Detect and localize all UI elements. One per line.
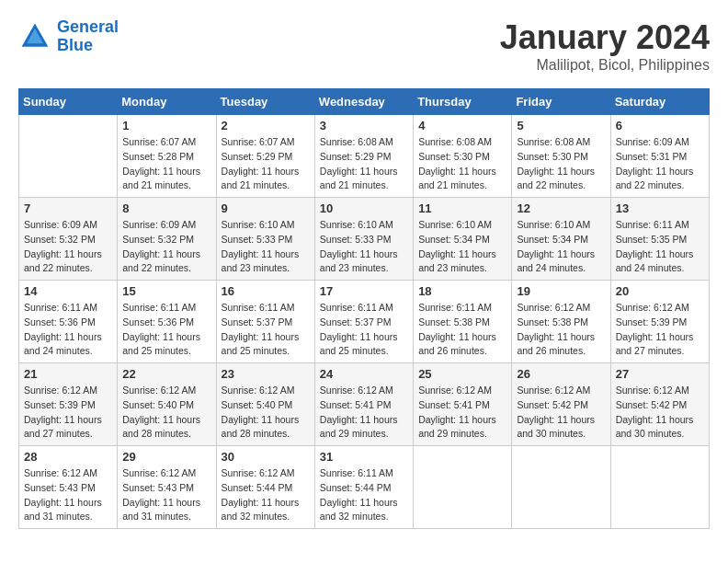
calendar-cell: 20 Sunrise: 6:12 AM Sunset: 5:39 PM Dayl… [610,281,709,363]
calendar-cell: 17 Sunrise: 6:11 AM Sunset: 5:37 PM Dayl… [314,281,413,363]
day-number: 7 [24,201,112,215]
day-number: 29 [122,450,210,464]
calendar-cell: 10 Sunrise: 6:10 AM Sunset: 5:33 PM Dayl… [314,198,413,281]
calendar-cell [414,446,512,529]
day-number: 15 [122,284,210,298]
day-number: 28 [24,450,112,464]
calendar-cell: 30 Sunrise: 6:12 AM Sunset: 5:44 PM Dayl… [216,446,314,529]
day-number: 24 [320,367,408,381]
calendar-cell: 31 Sunrise: 6:11 AM Sunset: 5:44 PM Dayl… [314,446,413,529]
calendar-cell: 15 Sunrise: 6:11 AM Sunset: 5:36 PM Dayl… [118,281,216,363]
calendar-week-row: 28 Sunrise: 6:12 AM Sunset: 5:43 PM Dayl… [19,446,710,529]
calendar-cell: 4 Sunrise: 6:08 AM Sunset: 5:30 PM Dayli… [414,115,512,198]
title-area: January 2024 Malilipot, Bicol, Philippin… [500,18,710,74]
day-number: 31 [320,450,408,464]
day-detail: Sunrise: 6:09 AM Sunset: 5:32 PM Dayligh… [122,218,210,276]
day-number: 12 [517,201,605,215]
calendar-cell [610,446,709,529]
day-number: 1 [122,119,210,132]
day-detail: Sunrise: 6:12 AM Sunset: 5:41 PM Dayligh… [320,384,408,442]
day-number: 11 [418,201,506,215]
calendar-title: January 2024 [500,18,710,57]
day-detail: Sunrise: 6:10 AM Sunset: 5:33 PM Dayligh… [222,218,310,276]
calendar-cell: 18 Sunrise: 6:11 AM Sunset: 5:38 PM Dayl… [414,281,512,363]
calendar-week-row: 14 Sunrise: 6:11 AM Sunset: 5:36 PM Dayl… [19,281,710,363]
day-number: 23 [222,367,310,381]
day-detail: Sunrise: 6:08 AM Sunset: 5:30 PM Dayligh… [418,135,506,193]
day-number: 30 [222,450,310,464]
logo-text: General Blue [57,18,119,55]
day-detail: Sunrise: 6:11 AM Sunset: 5:36 PM Dayligh… [24,301,112,359]
calendar-header-row: SundayMondayTuesdayWednesdayThursdayFrid… [19,89,710,115]
day-number: 2 [222,119,310,132]
day-number: 5 [517,119,605,132]
calendar-cell: 29 Sunrise: 6:12 AM Sunset: 5:43 PM Dayl… [118,446,216,529]
day-detail: Sunrise: 6:11 AM Sunset: 5:37 PM Dayligh… [222,301,310,359]
day-detail: Sunrise: 6:10 AM Sunset: 5:34 PM Dayligh… [418,218,506,276]
day-number: 26 [517,367,605,381]
calendar-cell: 9 Sunrise: 6:10 AM Sunset: 5:33 PM Dayli… [216,198,314,281]
day-number: 21 [24,367,112,381]
calendar-cell: 28 Sunrise: 6:12 AM Sunset: 5:43 PM Dayl… [19,446,118,529]
calendar-cell: 5 Sunrise: 6:08 AM Sunset: 5:30 PM Dayli… [512,115,610,198]
day-detail: Sunrise: 6:08 AM Sunset: 5:30 PM Dayligh… [517,135,605,193]
day-detail: Sunrise: 6:10 AM Sunset: 5:33 PM Dayligh… [320,218,408,276]
calendar-cell [19,115,118,198]
logo-icon [18,20,51,53]
day-detail: Sunrise: 6:12 AM Sunset: 5:40 PM Dayligh… [222,384,310,442]
day-detail: Sunrise: 6:09 AM Sunset: 5:31 PM Dayligh… [616,135,704,193]
day-detail: Sunrise: 6:08 AM Sunset: 5:29 PM Dayligh… [320,135,408,193]
header-cell-tuesday: Tuesday [216,89,314,115]
calendar-cell: 6 Sunrise: 6:09 AM Sunset: 5:31 PM Dayli… [610,115,709,198]
day-detail: Sunrise: 6:12 AM Sunset: 5:39 PM Dayligh… [24,384,112,442]
day-detail: Sunrise: 6:11 AM Sunset: 5:44 PM Dayligh… [320,466,408,524]
calendar-subtitle: Malilipot, Bicol, Philippines [500,57,710,74]
day-detail: Sunrise: 6:12 AM Sunset: 5:38 PM Dayligh… [517,301,605,359]
day-detail: Sunrise: 6:10 AM Sunset: 5:34 PM Dayligh… [517,218,605,276]
calendar-cell: 7 Sunrise: 6:09 AM Sunset: 5:32 PM Dayli… [19,198,118,281]
calendar-week-row: 1 Sunrise: 6:07 AM Sunset: 5:28 PM Dayli… [19,115,710,198]
calendar-week-row: 21 Sunrise: 6:12 AM Sunset: 5:39 PM Dayl… [19,363,710,446]
day-number: 6 [616,119,704,132]
calendar-cell: 11 Sunrise: 6:10 AM Sunset: 5:34 PM Dayl… [414,198,512,281]
day-detail: Sunrise: 6:11 AM Sunset: 5:36 PM Dayligh… [122,301,210,359]
day-number: 27 [616,367,704,381]
day-number: 20 [616,284,704,298]
calendar-week-row: 7 Sunrise: 6:09 AM Sunset: 5:32 PM Dayli… [19,198,710,281]
calendar-cell: 16 Sunrise: 6:11 AM Sunset: 5:37 PM Dayl… [216,281,314,363]
header-cell-sunday: Sunday [19,89,118,115]
day-detail: Sunrise: 6:12 AM Sunset: 5:44 PM Dayligh… [222,466,310,524]
calendar-table: SundayMondayTuesdayWednesdayThursdayFrid… [18,88,710,529]
header-cell-friday: Friday [512,89,610,115]
calendar-cell: 27 Sunrise: 6:12 AM Sunset: 5:42 PM Dayl… [610,363,709,446]
calendar-cell: 26 Sunrise: 6:12 AM Sunset: 5:42 PM Dayl… [512,363,610,446]
day-detail: Sunrise: 6:11 AM Sunset: 5:37 PM Dayligh… [320,301,408,359]
day-number: 19 [517,284,605,298]
calendar-cell: 8 Sunrise: 6:09 AM Sunset: 5:32 PM Dayli… [118,198,216,281]
calendar-cell: 21 Sunrise: 6:12 AM Sunset: 5:39 PM Dayl… [19,363,118,446]
day-detail: Sunrise: 6:12 AM Sunset: 5:40 PM Dayligh… [122,384,210,442]
day-number: 14 [24,284,112,298]
calendar-cell: 14 Sunrise: 6:11 AM Sunset: 5:36 PM Dayl… [19,281,118,363]
calendar-cell: 3 Sunrise: 6:08 AM Sunset: 5:29 PM Dayli… [314,115,413,198]
logo: General Blue [18,18,119,55]
calendar-cell: 2 Sunrise: 6:07 AM Sunset: 5:29 PM Dayli… [216,115,314,198]
calendar-cell: 13 Sunrise: 6:11 AM Sunset: 5:35 PM Dayl… [610,198,709,281]
day-number: 9 [222,201,310,215]
day-detail: Sunrise: 6:11 AM Sunset: 5:35 PM Dayligh… [616,218,704,276]
day-detail: Sunrise: 6:12 AM Sunset: 5:39 PM Dayligh… [616,301,704,359]
calendar-cell [512,446,610,529]
header-cell-wednesday: Wednesday [314,89,413,115]
day-detail: Sunrise: 6:07 AM Sunset: 5:29 PM Dayligh… [222,135,310,193]
header: General Blue January 2024 Malilipot, Bic… [18,18,710,74]
day-number: 3 [320,119,408,132]
day-detail: Sunrise: 6:09 AM Sunset: 5:32 PM Dayligh… [24,218,112,276]
day-number: 22 [122,367,210,381]
day-number: 16 [222,284,310,298]
day-number: 25 [418,367,506,381]
day-number: 4 [418,119,506,132]
day-detail: Sunrise: 6:12 AM Sunset: 5:43 PM Dayligh… [24,466,112,524]
day-detail: Sunrise: 6:07 AM Sunset: 5:28 PM Dayligh… [122,135,210,193]
day-number: 18 [418,284,506,298]
day-number: 13 [616,201,704,215]
